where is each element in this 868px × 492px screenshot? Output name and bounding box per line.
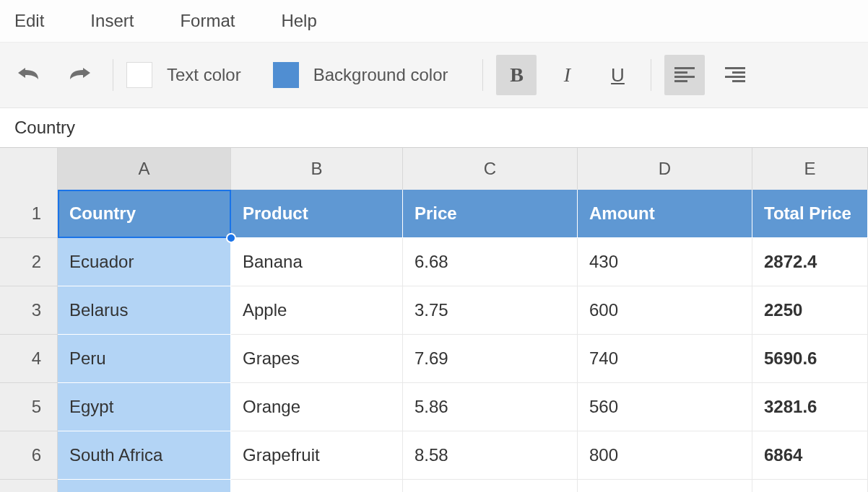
svg-rect-0: [674, 67, 695, 69]
bold-icon: B: [510, 63, 524, 87]
cell-e4[interactable]: 5690.6: [752, 335, 868, 383]
cell-b6[interactable]: Grapefruit: [231, 431, 403, 480]
svg-rect-4: [725, 67, 745, 69]
cell-c3[interactable]: 3.75: [403, 286, 578, 335]
svg-rect-1: [674, 71, 687, 74]
text-color-label: Text color: [167, 65, 241, 85]
cell-b2[interactable]: Banana: [231, 238, 403, 286]
table-row: 3 Belarus Apple 3.75 600 2250: [0, 286, 868, 335]
cell-c6[interactable]: 8.58: [403, 431, 578, 480]
menu-insert[interactable]: Insert: [74, 5, 149, 37]
svg-rect-6: [725, 76, 745, 78]
cell-d1[interactable]: Amount: [578, 190, 752, 238]
underline-button[interactable]: U: [597, 55, 638, 95]
cell-c1[interactable]: Price: [403, 190, 578, 238]
cell-a1[interactable]: Country: [58, 190, 231, 238]
column-header-c[interactable]: C: [403, 148, 578, 190]
cell-e1[interactable]: Total Price: [752, 190, 868, 238]
row-header-5[interactable]: 5: [0, 383, 58, 431]
redo-button[interactable]: [59, 55, 100, 95]
cell-a4[interactable]: Peru: [58, 335, 231, 383]
spreadsheet-grid: A B C D E 1 Country Product Price Amount…: [0, 147, 868, 492]
formula-bar[interactable]: Country: [0, 108, 868, 147]
toolbar-separator: [482, 59, 483, 91]
table-row: 4 Peru Grapes 7.69 740 5690.6: [0, 335, 868, 383]
cell-c5[interactable]: 5.86: [403, 383, 578, 431]
toolbar-separator: [651, 59, 651, 91]
cell-b7[interactable]: [231, 480, 403, 492]
cell-d3[interactable]: 600: [578, 286, 752, 335]
menu-format[interactable]: Format: [164, 5, 251, 37]
toolbar-separator: [113, 59, 113, 91]
cell-d4[interactable]: 740: [578, 335, 752, 383]
undo-button[interactable]: [9, 55, 49, 95]
cell-d7[interactable]: [578, 480, 752, 492]
svg-rect-7: [732, 80, 745, 82]
cell-e6[interactable]: 6864: [752, 431, 868, 480]
menu-help[interactable]: Help: [265, 5, 332, 37]
cell-a6[interactable]: South Africa: [58, 431, 231, 480]
row-header-6[interactable]: 6: [0, 431, 58, 480]
table-row: 5 Egypt Orange 5.86 560 3281.6: [0, 383, 868, 431]
column-header-b[interactable]: B: [231, 148, 403, 190]
underline-icon: U: [611, 64, 625, 87]
formula-bar-value: Country: [14, 118, 75, 138]
background-color-label: Background color: [313, 65, 448, 85]
row-header-3[interactable]: 3: [0, 286, 58, 335]
table-row: 6 South Africa Grapefruit 8.58 800 6864: [0, 431, 868, 480]
column-headers: A B C D E: [0, 148, 868, 190]
cell-a3[interactable]: Belarus: [58, 286, 231, 335]
table-row: 2 Ecuador Banana 6.68 430 2872.4: [0, 238, 868, 286]
bold-button[interactable]: B: [496, 55, 537, 95]
background-color-swatch[interactable]: [273, 62, 299, 88]
select-all-corner[interactable]: [0, 148, 58, 190]
cell-c4[interactable]: 7.69: [403, 335, 578, 383]
svg-rect-3: [674, 80, 687, 82]
cell-b1[interactable]: Product: [231, 190, 403, 238]
cell-b4[interactable]: Grapes: [231, 335, 403, 383]
column-header-a[interactable]: A: [58, 148, 231, 190]
cell-e7[interactable]: [752, 480, 868, 492]
cell-d2[interactable]: 430: [578, 238, 752, 286]
menu-edit[interactable]: Edit: [7, 5, 60, 37]
cell-b3[interactable]: Apple: [231, 286, 403, 335]
row-header-1[interactable]: 1: [0, 190, 58, 238]
cell-a2[interactable]: Ecuador: [58, 238, 231, 286]
undo-icon: [17, 68, 41, 82]
cell-e5[interactable]: 3281.6: [752, 383, 868, 431]
svg-rect-5: [732, 71, 745, 74]
svg-rect-2: [674, 76, 695, 78]
align-right-button[interactable]: [715, 55, 755, 95]
menu-bar: Edit Insert Format Help: [0, 0, 868, 42]
cell-d5[interactable]: 560: [578, 383, 752, 431]
align-right-icon: [725, 67, 745, 83]
cell-b5[interactable]: Orange: [231, 383, 403, 431]
cell-c7[interactable]: [403, 480, 578, 492]
row-header-4[interactable]: 4: [0, 335, 58, 383]
cell-e2[interactable]: 2872.4: [752, 238, 868, 286]
align-left-button[interactable]: [664, 55, 705, 95]
table-row: [0, 480, 868, 492]
cell-c2[interactable]: 6.68: [403, 238, 578, 286]
redo-icon: [67, 68, 92, 82]
table-row: 1 Country Product Price Amount Total Pri…: [0, 190, 868, 238]
column-header-d[interactable]: D: [578, 148, 752, 190]
cell-e3[interactable]: 2250: [752, 286, 868, 335]
italic-button[interactable]: I: [547, 55, 587, 95]
italic-icon: I: [564, 63, 570, 87]
cell-a5[interactable]: Egypt: [58, 383, 231, 431]
row-header-2[interactable]: 2: [0, 238, 58, 286]
row-header-7[interactable]: [0, 480, 58, 492]
column-header-e[interactable]: E: [752, 148, 868, 190]
toolbar: Text color Background color B I U: [0, 42, 868, 108]
align-left-icon: [674, 67, 695, 83]
cell-d6[interactable]: 800: [578, 431, 752, 480]
cell-a7[interactable]: [58, 480, 231, 492]
text-color-swatch[interactable]: [126, 62, 152, 88]
